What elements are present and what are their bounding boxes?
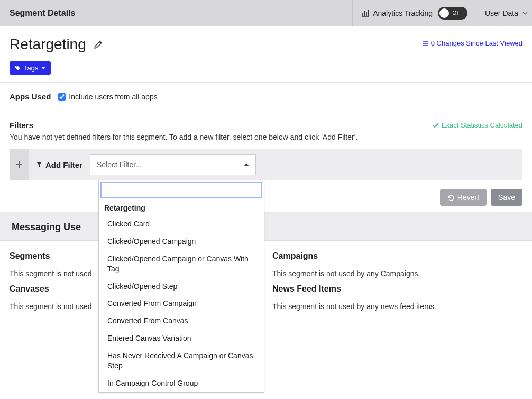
user-data-label: User Data: [485, 9, 518, 17]
funnel-icon: [36, 161, 42, 168]
exact-stats-status: Exact Statistics Calculated: [433, 121, 522, 129]
user-data-menu[interactable]: User Data: [476, 0, 532, 26]
header-bar: Segment Details Analytics Tracking OFF U…: [0, 0, 532, 26]
dropdown-item[interactable]: Has Never Received A Campaign or Canvas …: [99, 347, 264, 375]
revert-button[interactable]: Revert: [440, 189, 487, 206]
dropdown-item[interactable]: In Campaign Control Group: [99, 375, 264, 392]
analytics-toggle[interactable]: OFF: [438, 7, 467, 20]
caret-up-icon: [244, 163, 249, 166]
save-label: Save: [498, 193, 515, 202]
add-filter-label: Add Filter: [45, 160, 82, 169]
filters-heading: Filters: [10, 121, 33, 130]
exact-stats-text: Exact Statistics Calculated: [442, 121, 522, 129]
toggle-state: OFF: [452, 10, 464, 16]
filters-description: You have not yet defined filters for thi…: [0, 133, 532, 149]
newsfeed-text: This segment is not used by any news fee…: [272, 302, 522, 311]
include-all-apps-checkbox-wrap[interactable]: Include users from all apps: [58, 93, 157, 101]
caret-down-icon: [41, 67, 45, 69]
tag-icon: [15, 65, 21, 71]
segment-name: Retargeting: [10, 36, 86, 53]
toggle-knob: [439, 8, 449, 18]
save-button[interactable]: Save: [491, 189, 522, 206]
messaging-grid: Segments This segment is not used Canvas…: [0, 241, 532, 315]
include-all-apps-checkbox[interactable]: [58, 93, 66, 101]
campaigns-cell: Campaigns This segment is not used by an…: [272, 251, 522, 315]
campaigns-heading: Campaigns: [272, 251, 522, 261]
dropdown-search-input[interactable]: [101, 183, 262, 197]
svg-point-0: [16, 66, 17, 67]
campaigns-text: This segment is not used by any Campaign…: [272, 269, 522, 278]
tags-label: Tags: [24, 64, 38, 72]
dropdown-list[interactable]: Retargeting Clicked Card Clicked/Opened …: [99, 200, 264, 392]
dropdown-item[interactable]: Clicked/Opened Campaign: [99, 233, 264, 250]
filter-dropdown-panel: Retargeting Clicked Card Clicked/Opened …: [98, 180, 264, 393]
dropdown-item[interactable]: Clicked/Opened Step: [99, 278, 264, 295]
segment-name-wrap: Retargeting: [10, 36, 103, 53]
tags-button[interactable]: Tags: [10, 61, 51, 75]
check-icon: [433, 123, 439, 128]
include-all-apps-label: Include users from all apps: [69, 93, 157, 101]
page-title: Segment Details: [0, 8, 352, 18]
apps-used-heading: Apps Used: [10, 92, 51, 101]
dropdown-group-label: Retargeting: [99, 200, 264, 215]
newsfeed-heading: News Feed Items: [272, 284, 522, 294]
add-filter-plus-button[interactable]: [10, 149, 29, 180]
dropdown-search-wrap: [99, 180, 264, 200]
analytics-chart-icon: [361, 10, 370, 17]
action-row: Revert Save: [0, 180, 532, 212]
filters-head: Filters Exact Statistics Calculated: [0, 111, 532, 133]
edit-name-icon[interactable]: [94, 40, 103, 49]
changes-link[interactable]: 0 Changes Since Last Viewed: [422, 39, 522, 47]
select-filter-dropdown-trigger[interactable]: Select Filter...: [90, 154, 256, 175]
select-filter-placeholder: Select Filter...: [97, 160, 142, 169]
dropdown-item[interactable]: Clicked Card: [99, 215, 264, 233]
filter-bar: Add Filter Select Filter... Retargeting …: [10, 149, 522, 180]
apps-used-section: Apps Used Include users from all apps: [0, 83, 532, 111]
add-filter-label-wrap: Add Filter: [29, 160, 90, 169]
analytics-label: Analytics Tracking: [373, 9, 433, 17]
changes-text: 0 Changes Since Last Viewed: [431, 39, 522, 47]
revert-label: Revert: [457, 193, 479, 202]
dropdown-item[interactable]: Entered Canvas Variation: [99, 330, 264, 347]
list-icon: [422, 40, 428, 47]
messaging-use-heading: Messaging Use: [0, 214, 532, 241]
dropdown-item[interactable]: Clicked/Opened Campaign or Canvas With T…: [99, 250, 264, 278]
dropdown-item[interactable]: Converted From Canvas: [99, 312, 264, 330]
chevron-down-icon: [522, 11, 528, 16]
dropdown-item[interactable]: Converted From Campaign: [99, 295, 264, 312]
title-row: Retargeting 0 Changes Since Last Viewed: [0, 26, 532, 57]
undo-icon: [447, 194, 454, 201]
analytics-tracking-section: Analytics Tracking OFF: [352, 0, 476, 26]
